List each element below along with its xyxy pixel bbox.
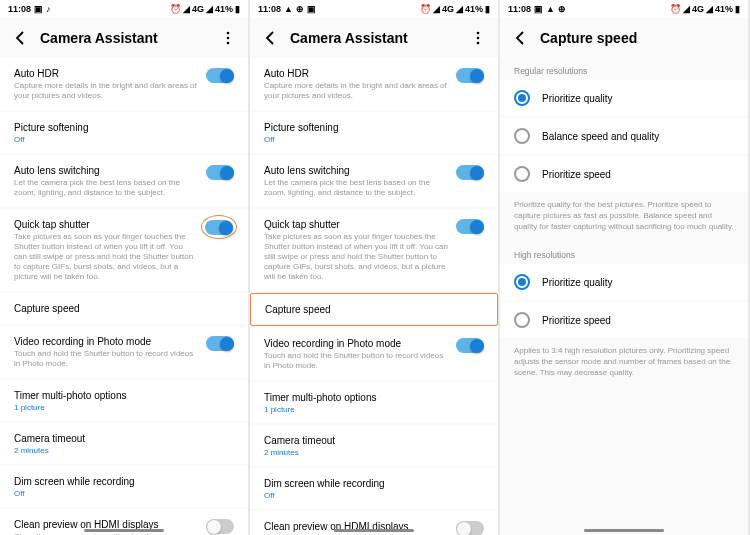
row-quick-tap[interactable]: Quick tap shutterTake pictures as soon a…: [0, 209, 248, 291]
toggle-clean-preview[interactable]: [456, 521, 484, 535]
signal-icon: ◢: [183, 4, 190, 14]
signal-icon: ◢: [206, 4, 213, 14]
toggle-auto-hdr[interactable]: [206, 68, 234, 83]
more-button[interactable]: [470, 30, 486, 46]
screen-camera-assistant-1: 11:08▣♪ ⏰◢4G◢41%▮ Camera Assistant Auto …: [0, 0, 248, 535]
screen-camera-assistant-2: 11:08▲⊕▣ ⏰◢4G◢41%▮ Camera Assistant Auto…: [250, 0, 498, 535]
section-high: High resolutions: [500, 242, 748, 264]
back-button[interactable]: [12, 30, 28, 46]
signal-icon: ◢: [706, 4, 713, 14]
svg-point-5: [477, 42, 480, 45]
home-indicator[interactable]: [584, 529, 664, 532]
row-camera-timeout[interactable]: Camera timeout2 minutes: [0, 423, 248, 464]
options-list[interactable]: Regular resolutions Prioritize quality B…: [500, 58, 748, 535]
clock: 11:08: [508, 4, 531, 14]
svg-point-1: [227, 37, 230, 40]
radio-label: Prioritize speed: [542, 315, 611, 326]
row-title: Auto HDR: [264, 67, 448, 80]
row-picture-softening[interactable]: Picture softeningOff: [0, 112, 248, 153]
row-desc: Take pictures as soon as your finger tou…: [264, 232, 448, 282]
radio-hi-speed[interactable]: Prioritize speed: [500, 302, 748, 338]
page-title: Camera Assistant: [290, 30, 408, 46]
row-auto-hdr[interactable]: Auto HDRCapture more details in the brig…: [0, 58, 248, 110]
row-video-photo[interactable]: Video recording in Photo modeTouch and h…: [0, 326, 248, 378]
status-bar: 11:08▣▲⊕ ⏰◢4G◢41%▮: [500, 0, 748, 18]
row-picture-softening[interactable]: Picture softeningOff: [250, 112, 498, 153]
toggle-quick-tap[interactable]: [456, 219, 484, 234]
row-title: Timer multi-photo options: [264, 391, 484, 404]
row-title: Auto lens switching: [14, 164, 198, 177]
toggle-auto-hdr[interactable]: [456, 68, 484, 83]
radio-balance[interactable]: Balance speed and quality: [500, 118, 748, 154]
row-capture-speed[interactable]: Capture speed: [250, 293, 498, 326]
screen-capture-speed: 11:08▣▲⊕ ⏰◢4G◢41%▮ Capture speed Regular…: [500, 0, 748, 535]
back-button[interactable]: [262, 30, 278, 46]
battery-label: 41%: [215, 4, 233, 14]
app-header: Capture speed: [500, 18, 748, 58]
row-desc: Capture more details in the bright and d…: [14, 81, 198, 101]
row-title: Camera timeout: [14, 432, 234, 445]
app-header: Camera Assistant: [0, 18, 248, 58]
settings-list[interactable]: Auto HDRCapture more details in the brig…: [250, 58, 498, 535]
settings-list[interactable]: Auto HDRCapture more details in the brig…: [0, 58, 248, 535]
row-auto-lens[interactable]: Auto lens switchingLet the camera pick t…: [0, 155, 248, 207]
row-dim-screen[interactable]: Dim screen while recordingOff: [0, 466, 248, 507]
row-timer-multi[interactable]: Timer multi-photo options1 picture: [250, 382, 498, 423]
row-capture-speed[interactable]: Capture speed: [0, 293, 248, 324]
more-button[interactable]: [220, 30, 236, 46]
row-video-photo[interactable]: Video recording in Photo modeTouch and h…: [250, 328, 498, 380]
net-label: 4G: [692, 4, 704, 14]
notif-icon: ⊕: [558, 4, 566, 14]
radio-label: Balance speed and quality: [542, 131, 659, 142]
radio-hi-quality[interactable]: Prioritize quality: [500, 264, 748, 300]
info-high: Applies to 3:4 high resolution pictures …: [500, 340, 748, 388]
radio-icon: [514, 128, 530, 144]
row-title: Capture speed: [14, 302, 234, 315]
radio-prioritize-speed[interactable]: Prioritize speed: [500, 156, 748, 192]
back-button[interactable]: [512, 30, 528, 46]
alarm-icon: ⏰: [170, 4, 181, 14]
toggle-video-photo[interactable]: [206, 336, 234, 351]
row-auto-lens[interactable]: Auto lens switchingLet the camera pick t…: [250, 155, 498, 207]
toggle-auto-lens[interactable]: [456, 165, 484, 180]
app-header: Camera Assistant: [250, 18, 498, 58]
row-title: Camera timeout: [264, 434, 484, 447]
row-value: Off: [14, 135, 234, 144]
highlight-marker: [201, 215, 237, 239]
notif-icon: ▣: [34, 4, 43, 14]
radio-label: Prioritize speed: [542, 169, 611, 180]
radio-prioritize-quality[interactable]: Prioritize quality: [500, 80, 748, 116]
battery-label: 41%: [715, 4, 733, 14]
notif-icon: ♪: [46, 4, 51, 14]
notif-icon: ▲: [284, 4, 293, 14]
toggle-video-photo[interactable]: [456, 338, 484, 353]
row-quick-tap[interactable]: Quick tap shutterTake pictures as soon a…: [250, 209, 498, 291]
row-title: Video recording in Photo mode: [14, 335, 198, 348]
net-label: 4G: [442, 4, 454, 14]
row-desc: Capture more details in the bright and d…: [264, 81, 448, 101]
toggle-auto-lens[interactable]: [206, 165, 234, 180]
row-timer-multi[interactable]: Timer multi-photo options1 picture: [0, 380, 248, 421]
row-camera-timeout[interactable]: Camera timeout2 minutes: [250, 425, 498, 466]
row-dim-screen[interactable]: Dim screen while recordingOff: [250, 468, 498, 509]
row-value: 2 minutes: [14, 446, 234, 455]
row-desc: Touch and hold the Shutter button to rec…: [264, 351, 448, 371]
home-indicator[interactable]: [334, 529, 414, 532]
alarm-icon: ⏰: [670, 4, 681, 14]
alarm-icon: ⏰: [420, 4, 431, 14]
row-desc: Touch and hold the Shutter button to rec…: [14, 349, 198, 369]
home-indicator[interactable]: [84, 529, 164, 532]
radio-label: Prioritize quality: [542, 93, 613, 104]
battery-icon: ▮: [235, 4, 240, 14]
svg-point-4: [477, 37, 480, 40]
row-value: 1 picture: [264, 405, 484, 414]
row-value: 1 picture: [14, 403, 234, 412]
row-title: Picture softening: [264, 121, 484, 134]
radio-icon: [514, 312, 530, 328]
signal-icon: ◢: [683, 4, 690, 14]
row-title: Auto HDR: [14, 67, 198, 80]
row-auto-hdr[interactable]: Auto HDRCapture more details in the brig…: [250, 58, 498, 110]
toggle-quick-tap[interactable]: [205, 220, 233, 235]
toggle-clean-preview[interactable]: [206, 519, 234, 534]
notif-icon: ⊕: [296, 4, 304, 14]
